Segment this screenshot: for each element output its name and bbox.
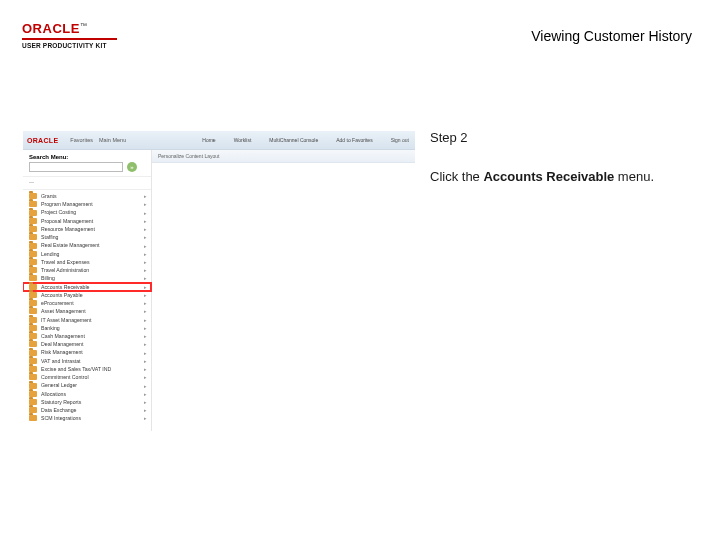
step-text-bold: Accounts Receivable (483, 169, 614, 184)
folder-icon (29, 350, 37, 356)
folder-icon (29, 308, 37, 314)
folder-icon (29, 267, 37, 273)
link-multichannel-console[interactable]: MultiChannel Console (269, 137, 318, 143)
chevron-right-icon: ▸ (144, 234, 147, 240)
sidebar-item-vat-and-intrastat[interactable]: VAT and Intrastat▸ (23, 357, 151, 365)
chevron-right-icon: ▸ (144, 284, 147, 290)
link-home[interactable]: Home (202, 137, 215, 143)
folder-icon (29, 284, 37, 290)
sidebar-item-resource-management[interactable]: Resource Management▸ (23, 225, 151, 233)
sidebar-item-label: Resource Management (41, 226, 95, 232)
chevron-right-icon: ▸ (144, 350, 147, 356)
sidebar: Search Menu: » — Grants▸Program Manageme… (23, 150, 152, 432)
folder-icon (29, 383, 37, 389)
folder-icon (29, 300, 37, 306)
sidebar-item-data-exchange[interactable]: Data Exchange▸ (23, 406, 151, 414)
chevron-right-icon: ▸ (144, 383, 147, 389)
chevron-right-icon: ▸ (144, 226, 147, 232)
sidebar-item-banking[interactable]: Banking▸ (23, 324, 151, 332)
sidebar-item-grants[interactable]: Grants▸ (23, 192, 151, 200)
folder-icon (29, 358, 37, 364)
chevron-right-icon: ▸ (144, 308, 147, 314)
sidebar-item-label: Proposal Management (41, 218, 93, 224)
sidebar-item-label: Data Exchange (41, 407, 76, 413)
sidebar-item-it-asset-management[interactable]: IT Asset Management▸ (23, 316, 151, 324)
chevron-right-icon: ▸ (144, 366, 147, 372)
folder-icon (29, 259, 37, 265)
folder-icon (29, 292, 37, 298)
sidebar-item-label: Program Management (41, 201, 93, 207)
sidebar-item-billing[interactable]: Billing▸ (23, 274, 151, 282)
link-worklist[interactable]: Worklist (234, 137, 252, 143)
step-text: Click the Accounts Receivable menu. (430, 169, 692, 184)
chevron-right-icon: ▸ (144, 407, 147, 413)
sidebar-item-scm-integrations[interactable]: SCM Integrations▸ (23, 414, 151, 422)
chevron-right-icon: ▸ (144, 300, 147, 306)
sidebar-item-allocations[interactable]: Allocations▸ (23, 390, 151, 398)
chevron-right-icon: ▸ (144, 399, 147, 405)
sidebar-item-travel-administration[interactable]: Travel Administration▸ (23, 266, 151, 274)
app-body: Search Menu: » — Grants▸Program Manageme… (23, 150, 415, 432)
sidebar-item-real-estate-management[interactable]: Real Estate Management▸ (23, 241, 151, 249)
sidebar-item-program-management[interactable]: Program Management▸ (23, 200, 151, 208)
chevron-right-icon: ▸ (144, 358, 147, 364)
sidebar-item-label: General Ledger (41, 382, 77, 388)
sidebar-item-commitment-control[interactable]: Commitment Control▸ (23, 373, 151, 381)
sidebar-item-deal-management[interactable]: Deal Management▸ (23, 340, 151, 348)
app-logo: ORACLE (27, 137, 58, 144)
chevron-right-icon: ▸ (144, 193, 147, 199)
sidebar-item-label: Billing (41, 275, 55, 281)
chevron-right-icon: ▸ (144, 267, 147, 273)
sidebar-item-label: Allocations (41, 391, 66, 397)
sidebar-item-project-costing[interactable]: Project Costing▸ (23, 208, 151, 216)
sidebar-item-accounts-receivable[interactable]: Accounts Receivable▸ (23, 283, 151, 291)
instruction-panel: Step 2 Click the Accounts Receivable men… (430, 130, 692, 184)
sidebar-item-label: VAT and Intrastat (41, 358, 81, 364)
sidebar-item-travel-and-expenses[interactable]: Travel and Expenses▸ (23, 258, 151, 266)
sidebar-item-statutory-reports[interactable]: Statutory Reports▸ (23, 398, 151, 406)
chevron-right-icon: ▸ (144, 341, 147, 347)
sidebar-item-staffing[interactable]: Staffing▸ (23, 233, 151, 241)
chevron-right-icon: ▸ (144, 259, 147, 265)
sidebar-item-label: Risk Management (41, 349, 83, 355)
folder-icon (29, 366, 37, 372)
step-text-post: menu. (614, 169, 654, 184)
search-row: » (23, 162, 151, 177)
sidebar-item-eprocurement[interactable]: eProcurement▸ (23, 299, 151, 307)
folder-icon (29, 341, 37, 347)
sidebar-item-asset-management[interactable]: Asset Management▸ (23, 307, 151, 315)
sidebar-item-accounts-payable[interactable]: Accounts Payable▸ (23, 291, 151, 299)
folder-icon (29, 210, 37, 216)
sidebar-item-label: SCM Integrations (41, 415, 81, 421)
chevron-right-icon: ▸ (144, 317, 147, 323)
sidebar-item-label: Excise and Sales Tax/VAT IND (41, 366, 111, 372)
sidebar-item-risk-management[interactable]: Risk Management▸ (23, 348, 151, 356)
brand-rule (22, 38, 117, 40)
folder-icon (29, 415, 37, 421)
sidebar-item-proposal-management[interactable]: Proposal Management▸ (23, 217, 151, 225)
sidebar-item-label: Project Costing (41, 209, 76, 215)
main-pane: Personalize Content Layout (152, 150, 415, 432)
link-sign-out[interactable]: Sign out (391, 137, 409, 143)
search-crumbs: — (23, 177, 151, 190)
oracle-logo-text: ORACLE (22, 21, 80, 36)
sidebar-item-general-ledger[interactable]: General Ledger▸ (23, 381, 151, 389)
tab-favorites[interactable]: Favorites (70, 137, 93, 143)
step-text-pre: Click the (430, 169, 483, 184)
sidebar-item-label: Grants (41, 193, 57, 199)
sidebar-item-cash-management[interactable]: Cash Management▸ (23, 332, 151, 340)
app-header: ORACLE Favorites Main Menu Home Worklist… (23, 131, 415, 150)
search-go-icon[interactable]: » (127, 162, 137, 172)
folder-icon (29, 275, 37, 281)
sidebar-item-excise-and-sales-tax-vat-ind[interactable]: Excise and Sales Tax/VAT IND▸ (23, 365, 151, 373)
folder-icon (29, 218, 37, 224)
tab-main-menu[interactable]: Main Menu (99, 137, 126, 143)
sidebar-item-lending[interactable]: Lending▸ (23, 250, 151, 258)
sidebar-item-label: Real Estate Management (41, 242, 100, 248)
chevron-right-icon: ▸ (144, 391, 147, 397)
link-add-to-favorites[interactable]: Add to Favorites (336, 137, 372, 143)
personalize-bar[interactable]: Personalize Content Layout (152, 150, 415, 163)
embedded-screenshot: ORACLE Favorites Main Menu Home Worklist… (22, 130, 416, 432)
chevron-right-icon: ▸ (144, 251, 147, 257)
search-input[interactable] (29, 162, 123, 172)
